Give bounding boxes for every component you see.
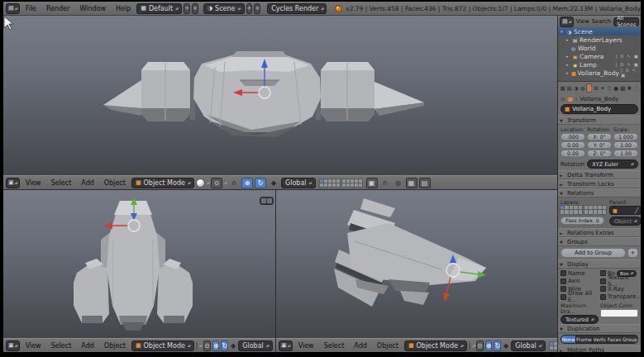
outliner-item-world[interactable]: ◍ World [558,44,641,52]
outliner-item-scene[interactable]: ▾ ◑ Scene [558,27,641,36]
layers-widget[interactable] [320,179,362,187]
display-axis-checkbox[interactable]: Axis [561,278,599,286]
scale-manipulator-button[interactable]: ◆ [268,178,279,188]
disclosure-icon[interactable]: ▸ [566,37,570,42]
viewport-shading-dropdown[interactable] [469,341,470,350]
outliner-view-menu[interactable]: View [576,18,589,25]
panel-relations-extras[interactable]: ►Relations Extras [558,228,641,237]
orientation-dropdown[interactable]: Global▴▾ [511,340,546,351]
editor-type-button-info[interactable]: ▤▴▾ [6,3,20,14]
panel-display[interactable]: ▼Display [558,259,641,269]
new-group-button[interactable]: + [627,248,638,258]
render-opengl-button[interactable]: ▦ [406,178,417,188]
screen-layout-dropdown[interactable]: ▦Default▴▾ [136,3,182,14]
disclosure-icon[interactable]: ▸ [566,70,570,75]
panel-transform-locks[interactable]: ►Transform Locks [558,179,641,188]
add-layout-button[interactable]: + [184,3,190,14]
tab-scene[interactable]: ◑ [573,83,579,93]
restriction-icons[interactable]: | ⊙ ↖ ▣ [621,68,641,78]
render-engine-dropdown[interactable]: Cycles Render▴▾ [267,3,327,14]
viewport-side-view[interactable]: ▣▴▾ View Select Add Object ■Object Mode▴… [276,190,557,352]
add-menu[interactable]: Add [77,342,98,350]
display-transparency-checkbox[interactable]: Transpare... [600,293,638,302]
menu-help[interactable]: Help [112,5,135,12]
eyedropper-icon[interactable]: ╱ [635,207,638,214]
disclosure-icon[interactable]: ▸ [566,54,570,59]
select-menu[interactable]: Select [47,342,76,350]
tab-physics[interactable]: ◌ [633,83,639,93]
restriction-icons[interactable]: | ⊙ ↖ ▣ [615,54,641,59]
scale-x-field[interactable]: 1.000 [613,133,638,140]
orientation-dropdown[interactable]: Global▴▾ [238,340,273,351]
pivot-center-dropdown[interactable]: ⊙ [203,340,211,351]
view-menu[interactable]: View [294,342,318,350]
tab-render[interactable]: ▦ [560,83,565,93]
restriction-icons[interactable]: | ⊙ ↖ ▣ [615,62,641,67]
translate-manipulator-button[interactable]: ⊕ [212,340,220,351]
duplication-frames-button[interactable]: Frame [576,335,593,344]
tab-data[interactable]: ▽ [607,83,613,93]
object-layers-widget[interactable] [561,206,582,214]
mode-dropdown[interactable]: ■Object Mode▴▾ [131,340,194,351]
collapsed-panel-handle[interactable] [260,197,274,205]
viewport-top-view[interactable]: ▣▴▾ View Select Add Object ■Object Mode▴… [3,190,276,352]
outliner-search-menu[interactable]: Search [592,18,611,25]
location-z-field[interactable]: 0.00 [561,150,585,157]
view-menu[interactable]: View [21,179,45,187]
scene-dropdown[interactable]: ◑Scene▴▾ [203,3,245,14]
parent-object-field[interactable]: ■╱ [609,206,641,215]
tab-modifiers[interactable]: ✦ [599,83,605,93]
menu-window[interactable]: Window [76,5,111,12]
duplication-none-button[interactable]: None [561,335,576,344]
panel-groups[interactable]: ▼Groups [558,237,641,246]
display-texture-space-checkbox[interactable]: Texture S... [600,278,638,286]
duplication-faces-button[interactable]: Faces [608,335,623,344]
scale-manipulator-button[interactable]: ◆ [503,340,509,351]
rotation-mode-dropdown[interactable]: XYZ Euler▴▾ [587,159,638,169]
tab-material[interactable]: ● [613,83,619,93]
lock-to-scene-icon[interactable]: ▣ [366,178,378,188]
viewport-front-canvas[interactable] [3,16,557,175]
editor-type-button-3dview[interactable]: ▣▴▾ [6,340,20,351]
add-to-group-button[interactable]: Add to Group [561,248,626,258]
display-name-checkbox[interactable]: Name [561,269,599,278]
outliner-item-renderlayers[interactable]: ▸ ▤ RenderLayers [558,36,641,44]
panel-relations[interactable]: ▼Relations [558,188,641,198]
scale-z-field[interactable]: 1.00 [613,150,638,157]
object-color-swatch[interactable] [600,309,638,317]
object-name-field[interactable]: ■ Vollaria_Body [561,104,638,114]
add-menu[interactable]: Add [77,179,98,187]
select-menu[interactable]: Select [320,342,349,350]
rotation-z-field[interactable]: Z: 0° [587,150,612,157]
rotation-y-field[interactable]: Y: 0° [587,141,612,149]
scale-manipulator-button[interactable]: ◆ [230,340,236,351]
editor-type-button-outliner[interactable]: ▤▴▾ [560,17,574,27]
location-y-field[interactable]: 0.00 [561,141,585,149]
menu-file[interactable]: File [21,5,41,12]
rotate-manipulator-button[interactable]: ↻ [494,340,501,351]
disclosure-icon[interactable]: ▾ [561,29,565,34]
object-menu[interactable]: Object [100,179,130,187]
outliner-scope-dropdown[interactable]: All Scenes [613,17,639,26]
layers-widget[interactable] [550,342,557,350]
mode-dropdown[interactable]: ■Object Mode▴▾ [404,340,467,351]
pivot-center-dropdown[interactable]: ⊙ [211,178,222,188]
viewport-side-canvas[interactable] [276,190,557,338]
view-menu[interactable]: View [21,342,45,350]
parent-type-dropdown[interactable]: Object▴▾ [609,217,641,226]
location-x-field[interactable]: .000 [561,133,585,140]
delete-scene-button[interactable]: × [254,3,260,14]
panel-duplication[interactable]: ▼Duplication [558,324,641,333]
viewport-front[interactable]: ▣▴▾ View Select Add Object ■Object Mode▴… [3,16,557,190]
manipulator-toggle[interactable]: ∩ [228,178,240,188]
tab-particles[interactable]: ✱ [627,83,632,93]
tab-texture[interactable]: ▩ [620,83,626,93]
delete-layout-button[interactable]: × [192,3,198,14]
translate-manipulator-button[interactable]: ⊕ [241,178,253,188]
viewport-shading-dropdown[interactable] [196,178,205,188]
menu-render[interactable]: Render [42,5,74,12]
editor-type-button-3dview[interactable]: ▣▴▾ [6,178,20,188]
rotate-manipulator-button[interactable]: ↻ [255,178,266,188]
tab-constraints[interactable]: ⊞ [593,83,599,93]
tab-render-layers[interactable]: ▤ [566,83,572,93]
